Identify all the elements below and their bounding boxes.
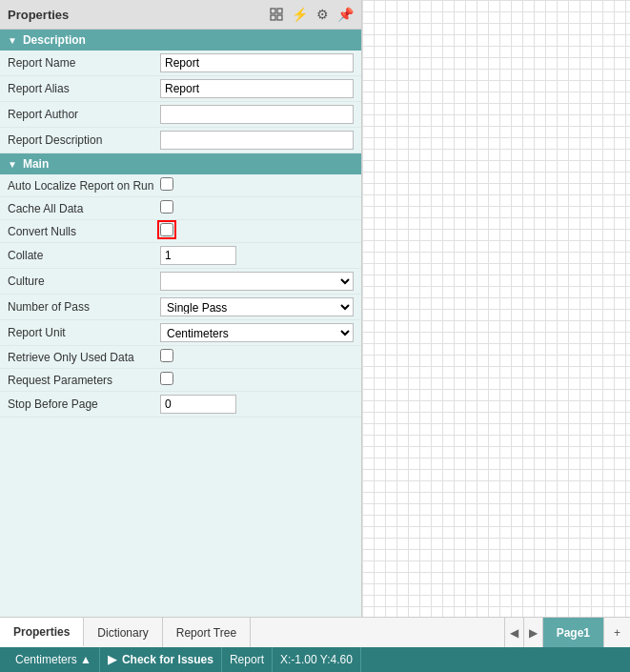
- page1-tab[interactable]: Page1: [542, 618, 603, 647]
- culture-select[interactable]: [160, 272, 354, 291]
- next-page-button[interactable]: ▶: [523, 618, 542, 647]
- collate-input[interactable]: [160, 246, 236, 265]
- number-of-pass-row: Number of Pass Single Pass Double Pass: [0, 295, 361, 320]
- tab-report-tree[interactable]: Report Tree: [163, 618, 251, 647]
- add-page-button[interactable]: +: [603, 618, 630, 647]
- coordinates-indicator: X:-1.00 Y:4.60: [273, 647, 361, 672]
- report-name-row: Report Name: [0, 51, 361, 76]
- main-label: Main: [23, 157, 49, 171]
- report-description-label: Report Description: [8, 133, 160, 147]
- tab-dictionary[interactable]: Dictionary: [84, 618, 162, 647]
- properties-title: Properties: [8, 8, 69, 22]
- tab-properties[interactable]: Properties: [0, 618, 84, 647]
- design-canvas: [362, 0, 630, 617]
- collate-label: Collate: [8, 249, 160, 262]
- cache-all-data-label: Cache All Data: [8, 202, 160, 215]
- main-toggle[interactable]: ▼: [8, 159, 17, 170]
- report-name-label: Report Name: [8, 56, 160, 70]
- description-toggle[interactable]: ▼: [8, 35, 17, 46]
- report-author-input[interactable]: [160, 105, 354, 124]
- play-icon: ▶: [108, 653, 116, 666]
- retrieve-only-used-row: Retrieve Only Used Data: [0, 346, 361, 369]
- request-parameters-row: Request Parameters: [0, 369, 361, 392]
- auto-localize-value: [160, 177, 354, 193]
- convert-nulls-label: Convert Nulls: [8, 225, 160, 238]
- culture-value: [160, 272, 354, 291]
- svg-rect-2: [271, 15, 275, 20]
- culture-label: Culture: [8, 275, 160, 288]
- report-unit-value: Centimeters Inches: [160, 323, 354, 342]
- check-issues-button[interactable]: ▶ Check for Issues: [100, 647, 222, 672]
- stop-before-page-label: Stop Before Page: [8, 397, 160, 411]
- report-description-row: Report Description: [0, 128, 361, 153]
- main-section-header[interactable]: ▼ Main: [0, 153, 361, 174]
- report-author-label: Report Author: [8, 108, 160, 121]
- number-of-pass-select[interactable]: Single Pass Double Pass: [160, 297, 354, 316]
- collate-row: Collate: [0, 243, 361, 269]
- request-parameters-value: [160, 372, 354, 388]
- report-author-row: Report Author: [0, 102, 361, 128]
- stop-before-page-value: [160, 395, 354, 414]
- svg-rect-3: [277, 15, 282, 20]
- report-name-input[interactable]: [160, 53, 354, 72]
- number-of-pass-label: Number of Pass: [8, 300, 160, 314]
- request-parameters-checkbox[interactable]: [160, 372, 173, 385]
- page-navigation: ◀ ▶ Page1 +: [504, 618, 630, 647]
- cache-all-data-value: [160, 200, 354, 216]
- retrieve-only-used-label: Retrieve Only Used Data: [8, 351, 160, 364]
- retrieve-only-used-value: [160, 349, 354, 365]
- report-description-value: [160, 131, 354, 150]
- request-parameters-label: Request Parameters: [8, 374, 160, 387]
- convert-nulls-row: Convert Nulls: [0, 220, 361, 243]
- bottom-tabs: Properties Dictionary Report Tree ◀ ▶ Pa…: [0, 617, 630, 647]
- cache-all-data-row: Cache All Data: [0, 197, 361, 220]
- pin-icon[interactable]: 📌: [336, 6, 354, 23]
- gear-icon[interactable]: ⚙: [314, 6, 331, 23]
- collate-value: [160, 246, 354, 265]
- grid-background: [362, 0, 630, 617]
- svg-rect-0: [271, 9, 275, 13]
- report-author-value: [160, 105, 354, 124]
- description-section-header[interactable]: ▼ Description: [0, 30, 361, 51]
- report-description-input[interactable]: [160, 131, 354, 150]
- convert-nulls-checkbox[interactable]: [160, 223, 173, 236]
- description-label: Description: [23, 33, 86, 47]
- properties-content: ▼ Description Report Name Report Alias R…: [0, 30, 361, 617]
- report-unit-row: Report Unit Centimeters Inches: [0, 320, 361, 346]
- svg-rect-1: [277, 9, 282, 13]
- auto-localize-row: Auto Localize Report on Run: [0, 174, 361, 197]
- stop-before-page-row: Stop Before Page: [0, 392, 361, 417]
- auto-localize-label: Auto Localize Report on Run: [8, 179, 160, 193]
- culture-row: Culture: [0, 269, 361, 295]
- stop-before-page-input[interactable]: [160, 395, 236, 414]
- units-indicator[interactable]: Centimeters ▲: [8, 647, 100, 672]
- retrieve-only-used-checkbox[interactable]: [160, 349, 173, 362]
- cache-all-data-checkbox[interactable]: [160, 200, 173, 214]
- header-icons: ⚡ ⚙ 📌: [268, 6, 354, 23]
- prev-page-button[interactable]: ◀: [504, 618, 523, 647]
- report-unit-select[interactable]: Centimeters Inches: [160, 323, 354, 342]
- report-alias-value: [160, 79, 354, 98]
- report-alias-row: Report Alias: [0, 76, 361, 102]
- report-indicator: Report: [222, 647, 273, 672]
- status-bar: Centimeters ▲ ▶ Check for Issues Report …: [0, 647, 630, 672]
- report-alias-input[interactable]: [160, 79, 354, 98]
- report-name-value: [160, 53, 354, 72]
- lightning-icon[interactable]: ⚡: [291, 6, 308, 23]
- properties-header: Properties ⚡ ⚙ 📌: [0, 0, 361, 30]
- number-of-pass-value: Single Pass Double Pass: [160, 297, 354, 316]
- grid-icon[interactable]: [268, 6, 285, 23]
- report-unit-label: Report Unit: [8, 326, 160, 339]
- convert-nulls-value: [160, 223, 354, 239]
- auto-localize-checkbox[interactable]: [160, 177, 173, 191]
- report-alias-label: Report Alias: [8, 82, 160, 95]
